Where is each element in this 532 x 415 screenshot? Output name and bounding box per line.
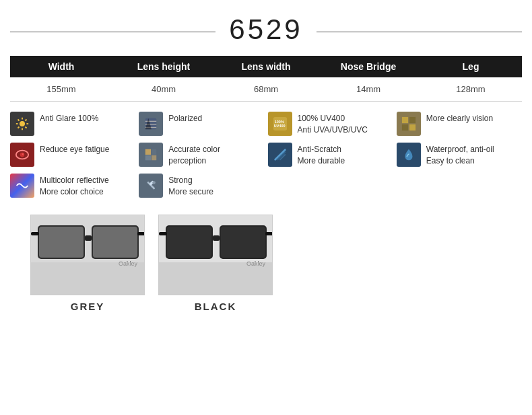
feature-waterproof: Waterproof, anti-oilEasy to clean (397, 143, 522, 167)
clear-vision-icon (397, 112, 421, 136)
svg-rect-17 (402, 117, 408, 123)
feature-polarized: Polarized (139, 112, 264, 136)
svg-rect-42 (31, 262, 145, 295)
specs-values: 155mm 40mm 68mm 14mm 128mm (10, 77, 522, 102)
svg-rect-46 (213, 235, 220, 241)
svg-rect-19 (402, 124, 408, 130)
color-option-grey[interactable]: Oakley GREY (30, 215, 145, 312)
feature-anti-scratch: Anti-ScratchMore durable (268, 143, 393, 167)
polarized-label: Polarized (168, 112, 202, 124)
spec-header-lens-height: Lens height (112, 61, 215, 72)
uv400-label: 100% UV400Anti UVA/UVB/UVC (298, 112, 368, 136)
spec-val-lens-width: 68mm (215, 84, 317, 94)
feature-color-perception: Accurate colorperception (139, 143, 264, 167)
clear-vision-label: More clearly vision (426, 112, 493, 124)
color-option-black[interactable]: Oakley BLACK (158, 215, 273, 312)
svg-rect-20 (409, 124, 415, 130)
svg-rect-40 (137, 232, 145, 235)
eye-fatigue-label: Reduce eye fatigue (40, 143, 109, 155)
spec-val-lens-height: 40mm (112, 84, 215, 94)
polarized-icon (139, 112, 163, 136)
spec-header-lens-width: Lens width (215, 61, 317, 72)
multicolor-icon (10, 174, 34, 198)
color-perception-label: Accurate colorperception (168, 143, 220, 167)
waterproof-icon (397, 143, 421, 167)
svg-text:UV400: UV400 (273, 124, 285, 128)
spec-val-width: 155mm (10, 84, 112, 94)
svg-rect-27 (145, 155, 151, 160)
multicolor-label: Multicolor reflectiveMore color choice (40, 174, 109, 198)
color-perception-icon (139, 143, 163, 167)
feature-strong: StrongMore secure (139, 174, 264, 198)
spec-header-nose-bridge: Nose Bridge (317, 61, 420, 72)
features-grid: Anti Glare 100% Polarized 100% (10, 112, 522, 198)
strong-icon (139, 174, 163, 198)
feature-uv400: 100% UV400 100% UV400Anti UVA/UVB/UVC (268, 112, 393, 136)
svg-rect-50 (265, 232, 273, 235)
grey-label: GREY (30, 301, 145, 312)
title-section: 6529 (10, 7, 522, 56)
grey-glasses-image: Oakley (30, 215, 145, 295)
feature-eye-fatigue: Reduce eye fatigue (10, 143, 135, 167)
svg-rect-18 (409, 117, 415, 123)
svg-line-8 (18, 126, 19, 128)
svg-line-6 (25, 126, 26, 128)
svg-rect-37 (39, 227, 84, 258)
specs-header: Width Lens height Lens width Nose Bridge… (10, 56, 522, 77)
feature-multicolor: Multicolor reflectiveMore color choice (10, 174, 135, 198)
spec-header-leg: Leg (420, 61, 522, 72)
black-glasses-image: Oakley (158, 215, 273, 295)
anti-glare-icon (10, 112, 34, 136)
feature-clear-vision: More clearly vision (397, 112, 522, 136)
waterproof-label: Waterproof, anti-oilEasy to clean (426, 143, 494, 167)
svg-line-7 (25, 119, 26, 120)
svg-line-5 (18, 119, 19, 120)
black-label: BLACK (158, 301, 273, 312)
page-wrapper: 6529 Width Lens height Lens width Nose B… (0, 0, 532, 322)
svg-rect-25 (145, 149, 151, 155)
spec-val-nose-bridge: 14mm (317, 84, 420, 94)
spec-val-leg: 128mm (420, 84, 522, 94)
svg-point-23 (22, 153, 24, 155)
anti-scratch-icon (268, 143, 292, 167)
product-title: 6529 (215, 13, 316, 46)
strong-label: StrongMore secure (168, 174, 213, 198)
svg-rect-36 (85, 235, 92, 241)
color-options: Oakley GREY (10, 211, 522, 315)
svg-point-0 (20, 121, 24, 126)
svg-rect-28 (152, 155, 156, 160)
svg-rect-48 (221, 227, 265, 258)
svg-point-22 (20, 153, 24, 157)
svg-rect-39 (31, 232, 39, 235)
svg-rect-47 (167, 227, 211, 258)
anti-scratch-label: Anti-ScratchMore durable (298, 143, 345, 167)
eye-fatigue-icon (10, 143, 34, 167)
svg-rect-26 (152, 149, 156, 155)
spec-header-width: Width (10, 61, 112, 72)
uv400-icon: 100% UV400 (268, 112, 292, 136)
svg-point-32 (153, 181, 156, 184)
svg-rect-38 (93, 227, 137, 258)
anti-glare-label: Anti Glare 100% (40, 112, 98, 124)
svg-rect-49 (159, 232, 167, 235)
feature-anti-glare: Anti Glare 100% (10, 112, 135, 136)
svg-rect-52 (159, 262, 273, 295)
